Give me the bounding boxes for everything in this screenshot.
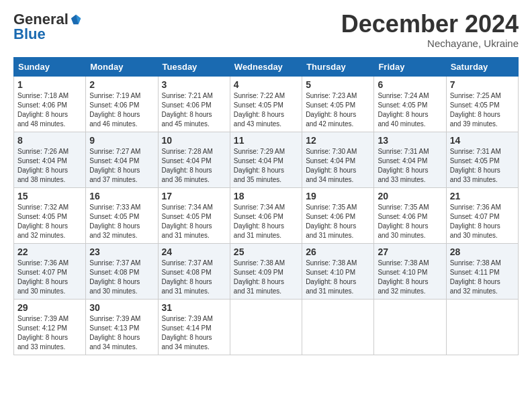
- day-number: 27: [378, 246, 442, 257]
- calendar-cell: 31Sunrise: 7:39 AMSunset: 4:14 PMDayligh…: [158, 299, 230, 355]
- day-number: 11: [234, 135, 298, 146]
- day-info: Sunrise: 7:30 AMSunset: 4:04 PMDaylight:…: [306, 147, 370, 185]
- day-number: 26: [306, 246, 370, 257]
- day-number: 7: [450, 79, 515, 90]
- calendar-cell: 18Sunrise: 7:34 AMSunset: 4:06 PMDayligh…: [230, 187, 302, 243]
- calendar-cell: 23Sunrise: 7:37 AMSunset: 4:08 PMDayligh…: [86, 243, 158, 299]
- calendar-cell: 7Sunrise: 7:25 AMSunset: 4:05 PMDaylight…: [446, 76, 518, 132]
- day-number: 19: [306, 191, 370, 201]
- col-header-tuesday: Tuesday: [158, 57, 230, 76]
- calendar-cell: 21Sunrise: 7:36 AMSunset: 4:07 PMDayligh…: [446, 187, 518, 243]
- day-number: 23: [89, 246, 154, 257]
- day-number: 29: [17, 302, 82, 313]
- calendar-cell: 6Sunrise: 7:24 AMSunset: 4:05 PMDaylight…: [374, 76, 446, 132]
- calendar-table: SundayMondayTuesdayWednesdayThursdayFrid…: [13, 57, 519, 355]
- day-info: Sunrise: 7:18 AMSunset: 4:06 PMDaylight:…: [17, 91, 82, 129]
- col-header-monday: Monday: [86, 57, 158, 76]
- day-number: 14: [450, 135, 515, 146]
- day-info: Sunrise: 7:39 AMSunset: 4:12 PMDaylight:…: [17, 314, 82, 352]
- calendar-cell: 15Sunrise: 7:32 AMSunset: 4:05 PMDayligh…: [14, 187, 86, 243]
- calendar-cell: 11Sunrise: 7:29 AMSunset: 4:04 PMDayligh…: [230, 132, 302, 187]
- calendar-cell: 26Sunrise: 7:38 AMSunset: 4:10 PMDayligh…: [302, 243, 374, 299]
- calendar-cell: 17Sunrise: 7:34 AMSunset: 4:05 PMDayligh…: [158, 187, 230, 243]
- col-header-wednesday: Wednesday: [230, 57, 302, 76]
- day-info: Sunrise: 7:19 AMSunset: 4:06 PMDaylight:…: [89, 91, 154, 129]
- day-number: 12: [306, 135, 370, 146]
- day-number: 6: [378, 79, 442, 90]
- calendar-cell: 28Sunrise: 7:38 AMSunset: 4:11 PMDayligh…: [446, 243, 518, 299]
- day-info: Sunrise: 7:23 AMSunset: 4:05 PMDaylight:…: [306, 91, 370, 129]
- day-info: Sunrise: 7:38 AMSunset: 4:09 PMDaylight:…: [234, 259, 298, 296]
- day-info: Sunrise: 7:22 AMSunset: 4:05 PMDaylight:…: [234, 91, 298, 129]
- month-title: December 2024: [341, 11, 519, 38]
- calendar-cell: 2Sunrise: 7:19 AMSunset: 4:06 PMDaylight…: [86, 76, 158, 132]
- calendar-cell: 13Sunrise: 7:31 AMSunset: 4:04 PMDayligh…: [374, 132, 446, 187]
- day-info: Sunrise: 7:37 AMSunset: 4:08 PMDaylight:…: [89, 259, 154, 296]
- calendar-cell: 14Sunrise: 7:31 AMSunset: 4:05 PMDayligh…: [446, 132, 518, 187]
- week-row-4: 22Sunrise: 7:36 AMSunset: 4:07 PMDayligh…: [14, 243, 519, 299]
- day-number: 4: [234, 79, 298, 90]
- day-number: 25: [234, 246, 298, 257]
- calendar-cell: 12Sunrise: 7:30 AMSunset: 4:04 PMDayligh…: [302, 132, 374, 187]
- day-info: Sunrise: 7:38 AMSunset: 4:11 PMDaylight:…: [450, 259, 515, 296]
- day-info: Sunrise: 7:34 AMSunset: 4:06 PMDaylight:…: [234, 203, 298, 240]
- col-header-thursday: Thursday: [302, 57, 374, 76]
- day-info: Sunrise: 7:38 AMSunset: 4:10 PMDaylight:…: [306, 259, 370, 296]
- col-header-friday: Friday: [374, 57, 446, 76]
- calendar-cell: 16Sunrise: 7:33 AMSunset: 4:05 PMDayligh…: [86, 187, 158, 243]
- calendar-cell: 24Sunrise: 7:37 AMSunset: 4:08 PMDayligh…: [158, 243, 230, 299]
- calendar-cell: 29Sunrise: 7:39 AMSunset: 4:12 PMDayligh…: [14, 299, 86, 355]
- day-number: 3: [162, 79, 226, 90]
- day-number: 22: [17, 246, 82, 257]
- day-info: Sunrise: 7:26 AMSunset: 4:04 PMDaylight:…: [17, 147, 82, 185]
- calendar-cell: 1Sunrise: 7:18 AMSunset: 4:06 PMDaylight…: [14, 76, 86, 132]
- calendar-cell: 30Sunrise: 7:39 AMSunset: 4:13 PMDayligh…: [86, 299, 158, 355]
- day-number: 31: [162, 302, 226, 313]
- day-info: Sunrise: 7:32 AMSunset: 4:05 PMDaylight:…: [17, 203, 82, 240]
- week-row-5: 29Sunrise: 7:39 AMSunset: 4:12 PMDayligh…: [14, 299, 519, 355]
- week-row-2: 8Sunrise: 7:26 AMSunset: 4:04 PMDaylight…: [14, 132, 519, 187]
- calendar-cell: 20Sunrise: 7:35 AMSunset: 4:06 PMDayligh…: [374, 187, 446, 243]
- calendar-cell: [230, 299, 302, 355]
- day-info: Sunrise: 7:27 AMSunset: 4:04 PMDaylight:…: [89, 147, 154, 185]
- day-number: 18: [234, 191, 298, 201]
- day-info: Sunrise: 7:38 AMSunset: 4:10 PMDaylight:…: [378, 259, 442, 296]
- location-subtitle: Nechayane, Ukraine: [341, 38, 519, 49]
- day-number: 2: [89, 79, 154, 90]
- week-row-3: 15Sunrise: 7:32 AMSunset: 4:05 PMDayligh…: [14, 187, 519, 243]
- col-header-saturday: Saturday: [446, 57, 518, 76]
- day-number: 15: [17, 191, 82, 201]
- page-container: General Blue December 2024 Nechayane, Uk…: [0, 0, 532, 366]
- calendar-cell: [446, 299, 518, 355]
- day-info: Sunrise: 7:25 AMSunset: 4:05 PMDaylight:…: [450, 91, 515, 129]
- calendar-cell: [374, 299, 446, 355]
- day-number: 21: [450, 191, 515, 201]
- day-number: 28: [450, 246, 515, 257]
- day-number: 1: [17, 79, 82, 90]
- logo-icon: [70, 13, 82, 26]
- day-info: Sunrise: 7:35 AMSunset: 4:06 PMDaylight:…: [306, 203, 370, 240]
- day-info: Sunrise: 7:39 AMSunset: 4:14 PMDaylight:…: [162, 314, 226, 352]
- calendar-header-row: SundayMondayTuesdayWednesdayThursdayFrid…: [14, 57, 519, 76]
- col-header-sunday: Sunday: [14, 57, 86, 76]
- day-info: Sunrise: 7:28 AMSunset: 4:04 PMDaylight:…: [162, 147, 226, 185]
- day-number: 24: [162, 246, 226, 257]
- day-info: Sunrise: 7:34 AMSunset: 4:05 PMDaylight:…: [162, 203, 226, 240]
- day-info: Sunrise: 7:31 AMSunset: 4:04 PMDaylight:…: [378, 147, 442, 185]
- calendar-cell: 4Sunrise: 7:22 AMSunset: 4:05 PMDaylight…: [230, 76, 302, 132]
- day-info: Sunrise: 7:39 AMSunset: 4:13 PMDaylight:…: [89, 314, 154, 352]
- calendar-cell: 9Sunrise: 7:27 AMSunset: 4:04 PMDaylight…: [86, 132, 158, 187]
- day-info: Sunrise: 7:31 AMSunset: 4:05 PMDaylight:…: [450, 147, 515, 185]
- calendar-cell: 8Sunrise: 7:26 AMSunset: 4:04 PMDaylight…: [14, 132, 86, 187]
- day-info: Sunrise: 7:36 AMSunset: 4:07 PMDaylight:…: [17, 259, 82, 296]
- day-info: Sunrise: 7:36 AMSunset: 4:07 PMDaylight:…: [450, 203, 515, 240]
- calendar-cell: 25Sunrise: 7:38 AMSunset: 4:09 PMDayligh…: [230, 243, 302, 299]
- week-row-1: 1Sunrise: 7:18 AMSunset: 4:06 PMDaylight…: [14, 76, 519, 132]
- day-number: 13: [378, 135, 442, 146]
- calendar-cell: 3Sunrise: 7:21 AMSunset: 4:06 PMDaylight…: [158, 76, 230, 132]
- day-number: 8: [17, 135, 82, 146]
- day-info: Sunrise: 7:35 AMSunset: 4:06 PMDaylight:…: [378, 203, 442, 240]
- day-number: 5: [306, 79, 370, 90]
- calendar-cell: [302, 299, 374, 355]
- title-block: December 2024 Nechayane, Ukraine: [341, 11, 519, 49]
